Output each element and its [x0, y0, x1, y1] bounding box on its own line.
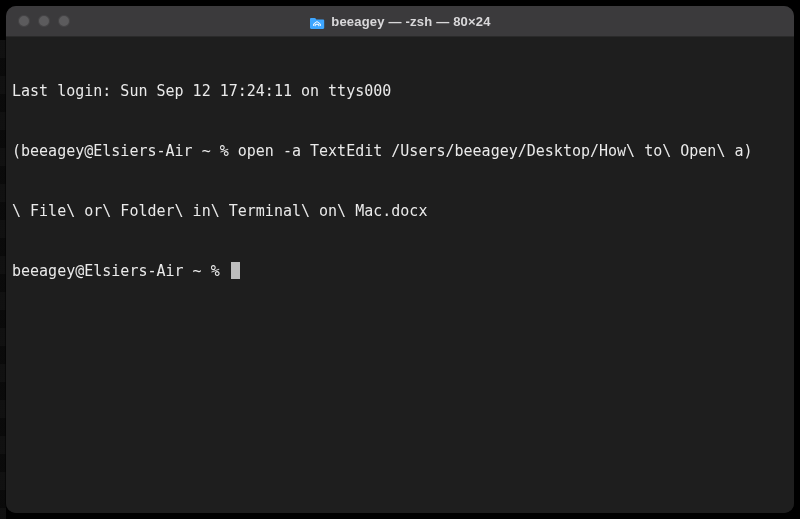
prompt-line[interactable]: beeagey@Elsiers-Air ~ % [12, 261, 788, 281]
terminal-body[interactable]: Last login: Sun Sep 12 17:24:11 on ttys0… [6, 37, 794, 513]
command-line-wrap: \ File\ or\ Folder\ in\ Terminal\ on\ Ma… [12, 201, 788, 221]
terminal-window: beeagey — -zsh — 80×24 Last login: Sun S… [6, 6, 794, 513]
command-line: (beeagey@Elsiers-Air ~ % open -a TextEdi… [12, 141, 788, 161]
window-title: beeagey — -zsh — 80×24 [331, 14, 490, 29]
last-login-line: Last login: Sun Sep 12 17:24:11 on ttys0… [12, 81, 788, 101]
minimize-button[interactable] [38, 15, 50, 27]
home-folder-icon [309, 15, 325, 28]
zoom-button[interactable] [58, 15, 70, 27]
window-titlebar[interactable]: beeagey — -zsh — 80×24 [6, 6, 794, 37]
title-center: beeagey — -zsh — 80×24 [6, 14, 794, 29]
close-button[interactable] [18, 15, 30, 27]
traffic-lights [18, 15, 70, 27]
shell-prompt: beeagey@Elsiers-Air ~ % [12, 261, 229, 281]
text-cursor [231, 262, 240, 279]
